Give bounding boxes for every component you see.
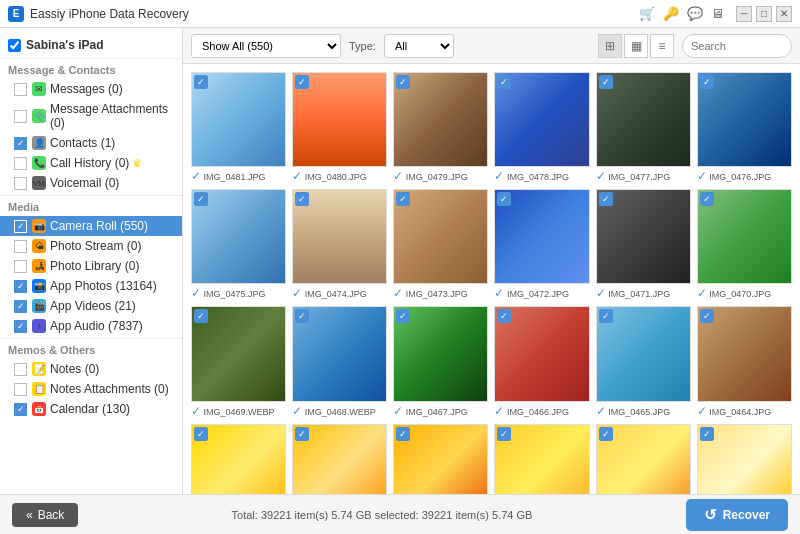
msg-attach-checkbox[interactable] (14, 110, 27, 123)
photo-checkbox[interactable]: ✓ (497, 427, 511, 441)
photo-item[interactable]: ✓✓ IMG_0472.JPG (494, 189, 589, 300)
photo-checkbox[interactable]: ✓ (194, 309, 208, 323)
photo-item[interactable]: ✓✓ IMG_0464.JPG (697, 306, 792, 417)
photo-item[interactable]: ✓✓ IMG_0470.JPG (697, 189, 792, 300)
sidebar-item-app-photos[interactable]: 📸 App Photos (13164) (0, 276, 182, 296)
key-icon[interactable]: 🔑 (663, 6, 679, 21)
photo-item[interactable]: ✓✓ IMG_0467.JPG (393, 306, 488, 417)
photo-item[interactable]: ✓✓ IMG_0478.JPG (494, 72, 589, 183)
app-photos-checkbox[interactable] (14, 280, 27, 293)
photo-checkbox[interactable]: ✓ (194, 427, 208, 441)
photo-checkbox[interactable]: ✓ (700, 427, 714, 441)
sidebar-item-call-history[interactable]: 📞 Call History (0) ♛ (0, 153, 182, 173)
sidebar-item-calendar[interactable]: 📅 Calendar (130) (0, 399, 182, 419)
photo-item[interactable]: ✓✓ IMG_0461 (393, 424, 488, 494)
photo-checkbox[interactable]: ✓ (396, 427, 410, 441)
photo-item[interactable]: ✓✓ IMG_0479.JPG (393, 72, 488, 183)
photo-item[interactable]: ✓✓ IMG_0475.JPG (191, 189, 286, 300)
cart-icon[interactable]: 🛒 (639, 6, 655, 21)
sidebar-item-photo-stream[interactable]: 🌤 Photo Stream (0) (0, 236, 182, 256)
photo-item[interactable]: ✓✓ IMG_0469.WEBP (191, 306, 286, 417)
photo-checkbox[interactable]: ✓ (396, 75, 410, 89)
calendar-checkbox[interactable] (14, 403, 27, 416)
photo-checkbox[interactable]: ✓ (599, 427, 613, 441)
photo-checkbox[interactable]: ✓ (396, 192, 410, 206)
photo-checkbox[interactable]: ✓ (194, 75, 208, 89)
monitor-icon[interactable]: 🖥 (711, 6, 724, 21)
list-view-button[interactable]: ≡ (650, 34, 674, 58)
photo-label: ✓ IMG_0468.WEBP (292, 404, 387, 418)
photo-checkbox[interactable]: ✓ (295, 427, 309, 441)
photo-thumbnail: ✓ (494, 424, 589, 494)
photo-item[interactable]: ✓✓ IMG_0471.JPG (596, 189, 691, 300)
photo-checkbox[interactable]: ✓ (700, 309, 714, 323)
photo-stream-checkbox[interactable] (14, 240, 27, 253)
voicemail-checkbox[interactable] (14, 177, 27, 190)
photo-checkbox[interactable]: ✓ (295, 75, 309, 89)
photo-checkbox[interactable]: ✓ (295, 309, 309, 323)
contacts-checkbox[interactable] (14, 137, 27, 150)
sidebar-item-messages[interactable]: ✉ Messages (0) (0, 79, 182, 99)
photo-thumbnail: ✓ (292, 424, 387, 494)
minimize-button[interactable]: ─ (736, 6, 752, 22)
photo-item[interactable]: ✓✓ IMG_0458 (697, 424, 792, 494)
sidebar-item-app-videos[interactable]: 🎬 App Videos (21) (0, 296, 182, 316)
app-audio-checkbox[interactable] (14, 320, 27, 333)
photo-checkbox[interactable]: ✓ (700, 192, 714, 206)
photo-checkbox[interactable]: ✓ (497, 192, 511, 206)
sidebar-item-contacts[interactable]: 👤 Contacts (1) (0, 133, 182, 153)
photo-item[interactable]: ✓✓ IMG_0466.JPG (494, 306, 589, 417)
photo-checkbox[interactable]: ✓ (396, 309, 410, 323)
photo-item[interactable]: ✓✓ IMG_0460 (494, 424, 589, 494)
show-filter-select[interactable]: Show All (550) (191, 34, 341, 58)
photo-checkbox[interactable]: ✓ (295, 192, 309, 206)
sidebar-item-notes[interactable]: 📝 Notes (0) (0, 359, 182, 379)
photo-checkbox[interactable]: ✓ (497, 309, 511, 323)
close-button[interactable]: ✕ (776, 6, 792, 22)
photo-item[interactable]: ✓✓ IMG_0468.WEBP (292, 306, 387, 417)
sidebar-item-photo-library[interactable]: 🏞 Photo Library (0) (0, 256, 182, 276)
call-history-checkbox[interactable] (14, 157, 27, 170)
app-videos-checkbox[interactable] (14, 300, 27, 313)
search-input[interactable] (682, 34, 792, 58)
photo-library-checkbox[interactable] (14, 260, 27, 273)
photo-item[interactable]: ✓✓ IMG_0462 (292, 424, 387, 494)
comment-icon[interactable]: 💬 (687, 6, 703, 21)
maximize-button[interactable]: □ (756, 6, 772, 22)
photo-item[interactable]: ✓✓ IMG_0481.JPG (191, 72, 286, 183)
device-item[interactable]: Sabina's iPad (0, 34, 182, 56)
sidebar-item-notes-attachments[interactable]: 📋 Notes Attachments (0) (0, 379, 182, 399)
photo-checkbox[interactable]: ✓ (497, 75, 511, 89)
photo-checkbox[interactable]: ✓ (700, 75, 714, 89)
type-filter-select[interactable]: All JPG PNG WEBP (384, 34, 454, 58)
call-label: Call History (0) (50, 156, 129, 170)
notes-attach-checkbox[interactable] (14, 383, 27, 396)
grid-view-button[interactable]: ⊞ (598, 34, 622, 58)
photo-checkbox[interactable]: ✓ (194, 192, 208, 206)
photo-item[interactable]: ✓✓ IMG_0473.JPG (393, 189, 488, 300)
sidebar-item-camera-roll[interactable]: 📷 Camera Roll (550) (0, 216, 182, 236)
photo-checkbox[interactable]: ✓ (599, 75, 613, 89)
titlebar: E Eassiy iPhone Data Recovery 🛒 🔑 💬 🖥 ─ … (0, 0, 800, 28)
photo-item[interactable]: ✓✓ IMG_0476.JPG (697, 72, 792, 183)
sidebar-item-message-attachments[interactable]: 📎 Message Attachments (0) (0, 99, 182, 133)
tile-view-button[interactable]: ▦ (624, 34, 648, 58)
photo-checkbox[interactable]: ✓ (599, 309, 613, 323)
back-button[interactable]: « Back (12, 503, 78, 527)
section-media: Media (0, 195, 182, 216)
notes-checkbox[interactable] (14, 363, 27, 376)
recover-button[interactable]: ↺ Recover (686, 499, 788, 531)
photo-item[interactable]: ✓✓ IMG_0463 (191, 424, 286, 494)
device-checkbox[interactable] (8, 39, 21, 52)
photo-checkbox[interactable]: ✓ (599, 192, 613, 206)
photo-item[interactable]: ✓✓ IMG_0465.JPG (596, 306, 691, 417)
sidebar-item-app-audio[interactable]: ♪ App Audio (7837) (0, 316, 182, 336)
photo-item[interactable]: ✓✓ IMG_0459 (596, 424, 691, 494)
sidebar-item-voicemail[interactable]: VM Voicemail (0) (0, 173, 182, 193)
photo-item[interactable]: ✓✓ IMG_0474.JPG (292, 189, 387, 300)
photo-item[interactable]: ✓✓ IMG_0480.JPG (292, 72, 387, 183)
camera-roll-checkbox[interactable] (14, 220, 27, 233)
messages-checkbox[interactable] (14, 83, 27, 96)
photo-item[interactable]: ✓✓ IMG_0477.JPG (596, 72, 691, 183)
photo-thumbnail: ✓ (393, 424, 488, 494)
